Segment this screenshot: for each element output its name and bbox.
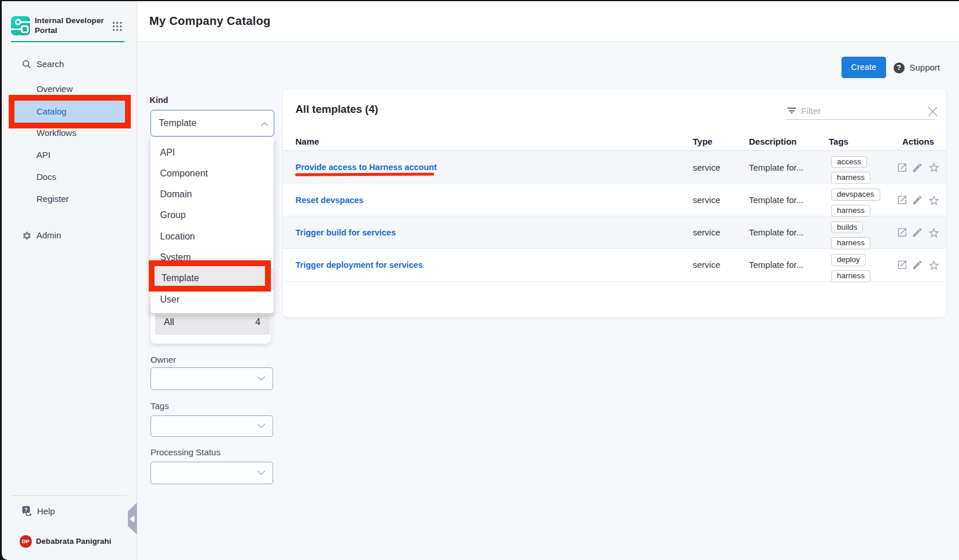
svg-text:?: ? xyxy=(24,506,28,513)
